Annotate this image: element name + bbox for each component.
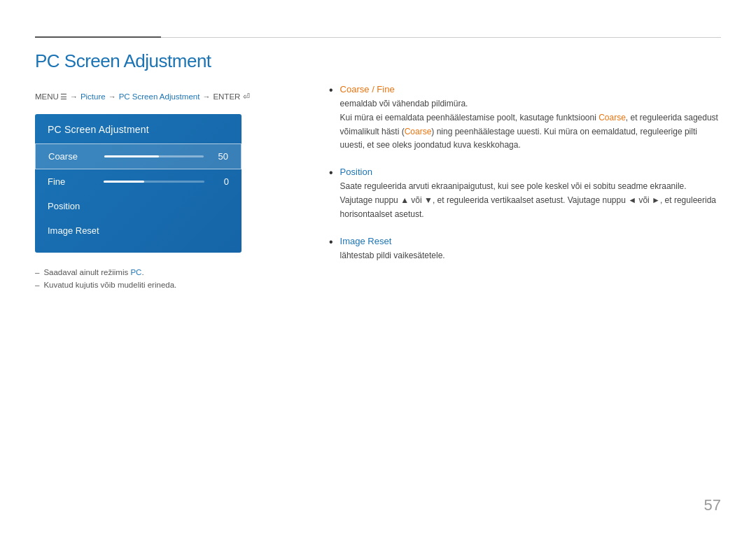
bullet-content-3: Image Reset lähtestab pildi vaikesätetel…: [340, 236, 721, 263]
left-column: PC Screen Adjustment MENU ☰ → Picture → …: [35, 50, 301, 293]
fine-slider-fill: [104, 181, 144, 183]
breadcrumb: MENU ☰ → Picture → PC Screen Adjustment …: [35, 92, 301, 101]
fine-value: 0: [211, 176, 229, 187]
bullet-title-coarse-fine: Coarse / Fine: [340, 84, 721, 94]
breadcrumb-arrow-1: →: [70, 92, 78, 101]
top-dividers: [35, 36, 721, 38]
right-column: • Coarse / Fine eemaldab või vähendab pi…: [329, 84, 721, 276]
inline-coarse-2: Coarse: [405, 127, 432, 136]
note-item-2: – Kuvatud kujutis võib mudeliti erineda.: [35, 281, 301, 289]
settings-panel: PC Screen Adjustment Coarse 50 Fine 0: [35, 114, 241, 253]
breadcrumb-picture: Picture: [80, 92, 106, 101]
bullet-title-image-reset: Image Reset: [340, 236, 721, 246]
bullet-content-1: Coarse / Fine eemaldab või vähendab pild…: [340, 84, 721, 153]
breadcrumb-arrow-2: →: [108, 92, 116, 101]
main-content: PC Screen Adjustment MENU ☰ → Picture → …: [35, 50, 721, 492]
coarse-slider[interactable]: [104, 155, 204, 157]
breadcrumb-arrow-3: →: [202, 92, 210, 101]
image-reset-label: Image Reset: [48, 225, 99, 236]
note-text-1: Saadaval ainult režiimis PC.: [43, 268, 144, 276]
panel-row-coarse[interactable]: Coarse 50: [35, 143, 241, 169]
panel-row-position[interactable]: Position: [35, 194, 241, 218]
inline-coarse-1: Coarse: [598, 113, 626, 122]
panel-row-image-reset[interactable]: Image Reset: [35, 218, 241, 243]
bullet-content-2: Position Saate reguleerida arvuti ekraan…: [340, 167, 721, 221]
panel-title: PC Screen Adjustment: [35, 124, 241, 143]
breadcrumb-enter: ENTER ⏎: [213, 92, 249, 101]
bullet-dot-3: •: [329, 237, 333, 248]
bullet-title-position: Position: [340, 167, 721, 177]
note-dash-1: –: [35, 268, 39, 276]
coarse-label: Coarse: [48, 151, 97, 162]
bullet-body-image-reset: lähtestab pildi vaikesätetele.: [340, 249, 721, 263]
position-label: Position: [48, 201, 97, 211]
fine-slider[interactable]: [104, 181, 204, 183]
coarse-slider-fill: [104, 155, 159, 157]
notes: – Saadaval ainult režiimis PC. – Kuvatud…: [35, 268, 301, 289]
breadcrumb-menu: MENU: [35, 92, 59, 101]
coarse-value: 50: [211, 151, 228, 162]
divider-right: [161, 37, 721, 38]
page-container: PC Screen Adjustment MENU ☰ → Picture → …: [0, 0, 756, 534]
note-text-2: Kuvatud kujutis võib mudeliti erineda.: [43, 281, 176, 289]
bullet-dot-1: •: [329, 85, 333, 96]
note-item-1: – Saadaval ainult režiimis PC.: [35, 268, 301, 276]
page-number: 57: [704, 496, 721, 514]
bullet-body-position: Saate reguleerida arvuti ekraanipaigutus…: [340, 180, 721, 221]
bullet-body-coarse-fine: eemaldab või vähendab pildimüra. Kui mür…: [340, 97, 721, 153]
page-title: PC Screen Adjustment: [35, 50, 301, 72]
bullet-section-coarse-fine: • Coarse / Fine eemaldab või vähendab pi…: [329, 84, 721, 153]
panel-row-fine[interactable]: Fine 0: [35, 169, 241, 194]
divider-left: [35, 36, 161, 38]
menu-icon: ☰: [60, 92, 67, 101]
breadcrumb-pc-screen: PC Screen Adjustment: [119, 92, 200, 101]
bullet-dot-2: •: [329, 167, 333, 178]
fine-label: Fine: [48, 176, 97, 187]
bullet-section-position: • Position Saate reguleerida arvuti ekra…: [329, 167, 721, 221]
note-dash-2: –: [35, 281, 39, 289]
note-highlight-1: PC: [130, 268, 141, 276]
bullet-section-image-reset: • Image Reset lähtestab pildi vaikesätet…: [329, 236, 721, 263]
